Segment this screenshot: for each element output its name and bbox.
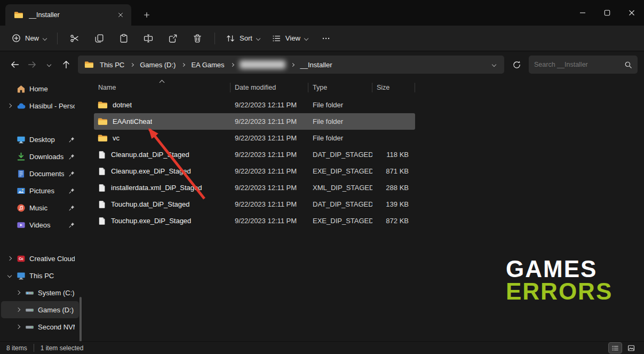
- file-row-touchup-exe[interactable]: Touchup.exe_DiP_Staged 9/22/2023 12:11 P…: [94, 213, 415, 229]
- tab-close-button[interactable]: [114, 9, 127, 21]
- delete-button[interactable]: [186, 29, 209, 48]
- sidebar-item-system-c[interactable]: System (C:): [1, 284, 79, 301]
- file-row-cleanup-exe[interactable]: Cleanup.exe_DiP_Staged 9/22/2023 12:11 P…: [94, 163, 415, 179]
- explorer-tab[interactable]: __Installer: [5, 4, 131, 26]
- pin-icon: [69, 154, 75, 160]
- thumbnail-view-icon: [627, 344, 635, 352]
- toolbar-divider: [214, 33, 215, 44]
- thumbnail-view-button[interactable]: [625, 343, 638, 353]
- column-header-size[interactable]: Size: [372, 83, 415, 92]
- sidebar-item-label: This PC: [29, 272, 75, 280]
- details-view-icon: [611, 344, 619, 352]
- window-controls: [570, 0, 644, 26]
- chevron-right-icon[interactable]: [7, 256, 12, 261]
- up-button[interactable]: [58, 56, 75, 73]
- rename-button[interactable]: [137, 29, 160, 48]
- address-dropdown-button[interactable]: [486, 57, 502, 72]
- maximize-icon: [604, 10, 610, 16]
- search-input[interactable]: [534, 61, 620, 68]
- sidebar-item-creative-cloud[interactable]: Cc Creative Cloud F: [1, 250, 79, 267]
- file-row-installerdata-xml[interactable]: installerdata.xml_DiP_Staged 9/22/2023 1…: [94, 179, 415, 196]
- breadcrumb-ea-games[interactable]: EA Games: [187, 57, 228, 72]
- breadcrumb-chevron[interactable]: [290, 57, 296, 72]
- plus-icon: [144, 12, 150, 18]
- cut-button[interactable]: [63, 29, 86, 48]
- sidebar-item-music[interactable]: Music: [1, 199, 79, 216]
- sort-button[interactable]: Sort: [220, 29, 265, 48]
- back-button[interactable]: [6, 56, 23, 73]
- details-view-button[interactable]: [609, 343, 622, 353]
- watermark-line-1: GAMES: [506, 258, 613, 280]
- new-button[interactable]: New: [6, 29, 52, 48]
- sort-icon: [226, 34, 235, 43]
- file-row-eaanticheat[interactable]: EAAntiCheat 9/22/2023 12:11 PM File fold…: [94, 113, 415, 130]
- column-header-type[interactable]: Type: [308, 83, 372, 92]
- view-button[interactable]: View: [266, 29, 313, 48]
- sidebar-item-documents[interactable]: Documents: [1, 165, 79, 182]
- trash-icon: [193, 34, 202, 43]
- breadcrumb-chevron[interactable]: [180, 57, 186, 72]
- copy-button[interactable]: [88, 29, 111, 48]
- sidebar-item-label: Home: [29, 85, 75, 93]
- folder-icon: [98, 101, 108, 109]
- breadcrumb-chevron[interactable]: [229, 57, 235, 72]
- up-icon: [61, 60, 71, 69]
- more-icon: [321, 34, 331, 43]
- share-button[interactable]: [161, 29, 185, 48]
- close-window-button[interactable]: [619, 0, 644, 26]
- address-bar[interactable]: This PC Games (D:) EA Games __Installer: [78, 56, 504, 74]
- sidebar-item-pictures[interactable]: Pictures: [1, 182, 79, 199]
- sidebar-item-label: Games (D:): [38, 306, 75, 314]
- selection-count: 1 item selected: [41, 344, 84, 352]
- sidebar-scrollbar-thumb[interactable]: [79, 297, 82, 342]
- titlebar: __Installer: [0, 0, 644, 26]
- file-row-cleanup-dat[interactable]: Cleanup.dat_DiP_Staged 9/22/2023 12:11 P…: [94, 146, 415, 163]
- status-bar: 8 items 1 item selected: [0, 341, 644, 354]
- item-count: 8 items: [6, 344, 27, 352]
- sidebar-item-videos[interactable]: Videos: [1, 216, 79, 233]
- sidebar-section-gap: [0, 114, 80, 131]
- home-icon: [17, 84, 26, 93]
- sidebar-item-home[interactable]: Home: [1, 80, 79, 97]
- sidebar-item-downloads[interactable]: Downloads: [1, 148, 79, 165]
- sidebar-item-label: System (C:): [38, 289, 75, 297]
- svg-text:Cc: Cc: [19, 257, 23, 261]
- creative-cloud-icon: Cc: [17, 254, 26, 263]
- sidebar-item-label: Hasibul - Persor: [29, 102, 75, 110]
- chevron-down-icon[interactable]: [7, 273, 12, 278]
- sidebar-item-onedrive[interactable]: Hasibul - Persor: [1, 97, 79, 114]
- paste-button[interactable]: [112, 29, 136, 48]
- maximize-button[interactable]: [595, 0, 619, 26]
- chevron-right-icon[interactable]: [7, 104, 12, 108]
- forward-button[interactable]: [23, 56, 41, 73]
- view-icon: [272, 34, 281, 43]
- new-tab-button[interactable]: [140, 8, 154, 22]
- see-more-button[interactable]: [314, 29, 338, 48]
- refresh-button[interactable]: [507, 56, 526, 74]
- breadcrumb-installer[interactable]: __Installer: [297, 57, 336, 72]
- new-icon: [12, 34, 21, 43]
- search-box[interactable]: [529, 56, 638, 74]
- chevron-right-icon[interactable]: [16, 308, 20, 312]
- cut-icon: [70, 34, 79, 43]
- sidebar-item-second-nvme[interactable]: Second NVME: [1, 318, 79, 335]
- pin-icon: [69, 205, 75, 211]
- file-row-dotnet[interactable]: dotnet 9/22/2023 12:11 PM File folder: [94, 97, 415, 113]
- navigation-bar: This PC Games (D:) EA Games __Installer: [0, 51, 644, 78]
- minimize-button[interactable]: [570, 0, 595, 26]
- sidebar-item-this-pc[interactable]: This PC: [1, 267, 79, 284]
- folder-icon: [98, 134, 108, 142]
- file-row-touchup-dat[interactable]: Touchup.dat_DiP_Staged 9/22/2023 12:11 P…: [94, 196, 415, 213]
- sidebar-item-games-d[interactable]: Games (D:): [1, 301, 79, 318]
- breadcrumb-chevron[interactable]: [129, 57, 135, 72]
- chevron-right-icon[interactable]: [16, 325, 20, 329]
- sidebar-item-desktop[interactable]: Desktop: [1, 131, 79, 148]
- breadcrumb-games-drive[interactable]: Games (D:): [136, 57, 179, 72]
- file-row-vc[interactable]: vc 9/22/2023 12:11 PM File folder: [94, 130, 415, 146]
- chevron-right-icon[interactable]: [16, 290, 20, 295]
- column-header-date-modified[interactable]: Date modified: [230, 83, 308, 92]
- breadcrumb-this-pc[interactable]: This PC: [96, 57, 128, 72]
- recent-locations-button[interactable]: [41, 56, 58, 73]
- sidebar-section-gap: [0, 233, 80, 250]
- system-drive-icon: [25, 288, 34, 297]
